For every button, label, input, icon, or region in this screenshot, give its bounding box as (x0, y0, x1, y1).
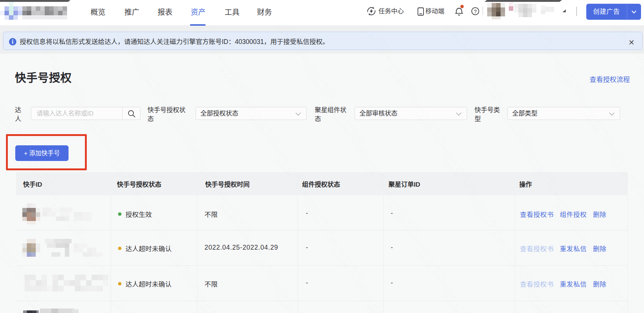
svg-text:?: ? (474, 9, 477, 15)
